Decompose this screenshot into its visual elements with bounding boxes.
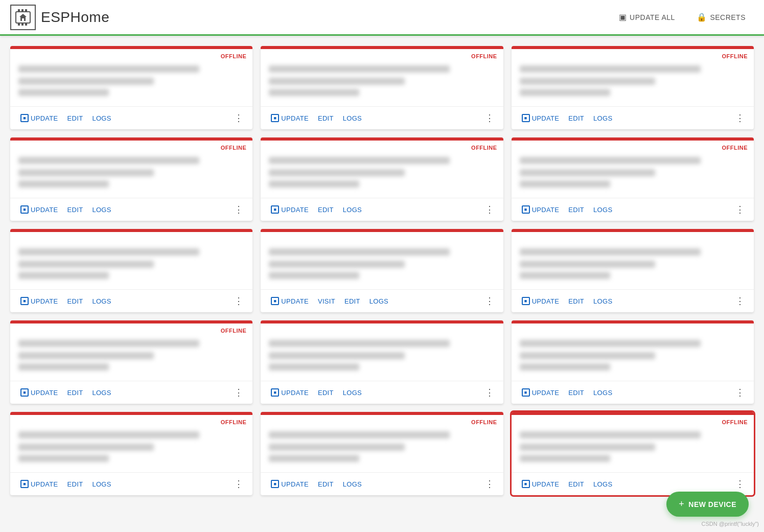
update-button[interactable]: ■ UPDATE [518, 202, 564, 217]
more-options-button[interactable]: ⋮ [482, 294, 497, 308]
more-options-button[interactable]: ⋮ [732, 203, 748, 216]
more-options-button[interactable]: ⋮ [482, 203, 497, 216]
logs-button[interactable]: LOGS [365, 294, 392, 308]
logs-button[interactable]: LOGS [88, 111, 115, 125]
card-body: OFFLINE [261, 415, 503, 472]
logs-button[interactable]: LOGS [88, 294, 115, 308]
card-footer: ■ UPDATEEDITLOGS⋮ [261, 106, 503, 129]
card-footer: ■ UPDATEEDITLOGS⋮ [261, 472, 503, 495]
update-button[interactable]: ■ UPDATE [518, 294, 564, 308]
logs-button[interactable]: LOGS [88, 203, 115, 217]
more-options-button[interactable]: ⋮ [482, 477, 497, 491]
update-chip-icon: ■ [20, 480, 29, 488]
update-button[interactable]: ■ UPDATE [16, 477, 62, 491]
card-body: OFFLINE [10, 415, 252, 472]
logs-button[interactable]: LOGS [88, 386, 115, 400]
edit-button[interactable]: EDIT [63, 386, 87, 400]
update-all-button[interactable]: ▣ UPDATE ALL [611, 8, 683, 26]
update-chip-icon: ■ [271, 480, 279, 488]
update-chip-icon: ■ [271, 114, 279, 122]
logs-button[interactable]: LOGS [589, 386, 616, 400]
more-options-button[interactable]: ⋮ [482, 386, 497, 399]
device-card: OFFLINE■ UPDATEEDITLOGS⋮ [261, 46, 503, 129]
logs-button[interactable]: LOGS [88, 477, 115, 491]
blur-line [269, 89, 359, 96]
edit-button[interactable]: EDIT [63, 111, 87, 125]
logs-button[interactable]: LOGS [339, 477, 366, 491]
lock-icon: 🔒 [697, 12, 707, 22]
update-button[interactable]: ■ UPDATE [267, 477, 313, 491]
device-card: OFFLINE■ UPDATEEDITLOGS⋮ [512, 46, 754, 129]
edit-button[interactable]: EDIT [314, 477, 338, 491]
edit-button[interactable]: EDIT [564, 477, 588, 491]
edit-button[interactable]: EDIT [564, 294, 588, 308]
card-content [18, 65, 244, 96]
update-chip-icon: ■ [20, 205, 29, 214]
logs-button[interactable]: LOGS [339, 203, 366, 217]
card-body: OFFLINE [512, 141, 754, 198]
secrets-button[interactable]: 🔒 SECRETS [688, 8, 754, 26]
blur-line [269, 352, 404, 359]
update-chip-icon: ■ [271, 205, 279, 214]
blur-line [520, 169, 655, 176]
update-chip-icon: ■ [20, 114, 29, 122]
more-options-button[interactable]: ⋮ [732, 477, 748, 491]
visit-button[interactable]: VISIT [314, 294, 339, 308]
edit-button[interactable]: EDIT [63, 203, 87, 217]
blur-line [520, 89, 610, 96]
edit-button[interactable]: EDIT [314, 203, 338, 217]
update-button[interactable]: ■ UPDATE [267, 202, 313, 217]
logs-button[interactable]: LOGS [589, 477, 616, 491]
svg-rect-1 [21, 9, 24, 11]
status-badge: OFFLINE [471, 145, 497, 151]
blur-line [18, 363, 109, 371]
more-options-button[interactable]: ⋮ [231, 203, 246, 216]
update-button[interactable]: ■ UPDATE [518, 111, 564, 125]
edit-button[interactable]: EDIT [314, 386, 338, 400]
blur-line [520, 444, 655, 451]
update-chip-icon: ■ [271, 388, 279, 397]
edit-button[interactable]: EDIT [564, 386, 588, 400]
card-footer: ■ UPDATEVISITEDITLOGS⋮ [261, 289, 503, 312]
edit-button[interactable]: EDIT [564, 111, 588, 125]
update-button[interactable]: ■ UPDATE [518, 385, 564, 400]
logs-button[interactable]: LOGS [589, 111, 616, 125]
card-content [269, 340, 495, 371]
more-options-button[interactable]: ⋮ [732, 386, 748, 399]
more-options-button[interactable]: ⋮ [231, 111, 246, 125]
update-button[interactable]: ■ UPDATE [267, 385, 313, 400]
logs-button[interactable]: LOGS [589, 203, 616, 217]
blur-line [520, 431, 701, 438]
update-button[interactable]: ■ UPDATE [267, 294, 313, 308]
more-options-button[interactable]: ⋮ [231, 386, 246, 399]
logs-button[interactable]: LOGS [339, 386, 366, 400]
more-options-button[interactable]: ⋮ [732, 111, 748, 125]
edit-button[interactable]: EDIT [564, 203, 588, 217]
logs-button[interactable]: LOGS [339, 111, 366, 125]
edit-button[interactable]: EDIT [63, 477, 87, 491]
edit-button[interactable]: EDIT [63, 294, 87, 308]
blur-line [269, 272, 359, 279]
more-options-button[interactable]: ⋮ [482, 111, 497, 125]
card-body: OFFLINE [10, 49, 252, 106]
logs-button[interactable]: LOGS [589, 294, 616, 308]
update-button[interactable]: ■ UPDATE [518, 477, 564, 491]
more-options-button[interactable]: ⋮ [231, 294, 246, 308]
app-header: ESPHome ▣ UPDATE ALL 🔒 SECRETS [0, 0, 764, 36]
update-button[interactable]: ■ UPDATE [16, 385, 62, 400]
edit-button[interactable]: EDIT [340, 294, 364, 308]
device-card: OFFLINE■ UPDATEEDITLOGS⋮ [512, 137, 754, 221]
blur-line [520, 261, 655, 268]
device-card: OFFLINE■ UPDATEEDITLOGS⋮ [10, 46, 252, 129]
update-button[interactable]: ■ UPDATE [267, 111, 313, 125]
new-device-button[interactable]: + NEW DEVICE [666, 492, 749, 517]
more-options-button[interactable]: ⋮ [231, 477, 246, 491]
edit-button[interactable]: EDIT [314, 111, 338, 125]
update-button[interactable]: ■ UPDATE [16, 111, 62, 125]
svg-rect-2 [25, 9, 27, 11]
blur-line [269, 78, 404, 85]
more-options-button[interactable]: ⋮ [732, 294, 748, 308]
update-button[interactable]: ■ UPDATE [16, 294, 62, 308]
update-button[interactable]: ■ UPDATE [16, 202, 62, 217]
status-badge: OFFLINE [722, 419, 748, 425]
